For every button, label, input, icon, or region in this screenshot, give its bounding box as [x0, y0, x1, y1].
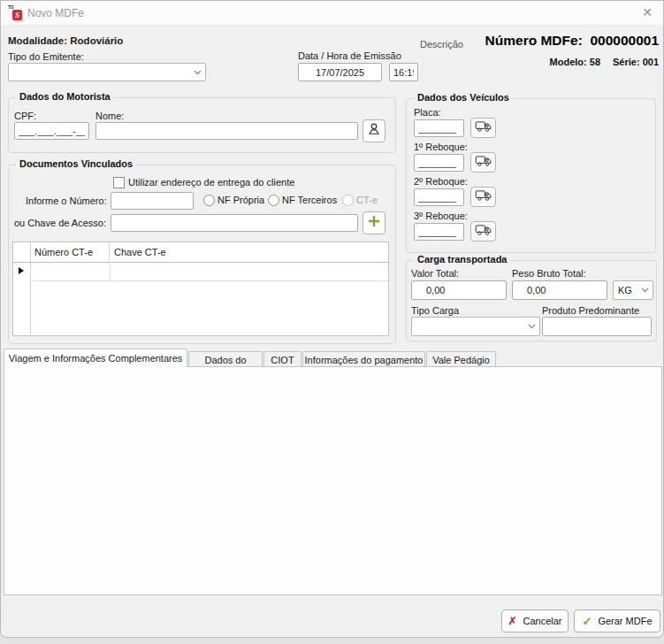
- grid-col-chave-cte[interactable]: Chave CT-e: [110, 242, 389, 262]
- hora-emissao-field[interactable]: [389, 63, 418, 81]
- peso-bruto-label: Peso Bruto Total:: [512, 268, 586, 279]
- group-title: Dados do Motorista: [16, 91, 114, 102]
- radio-nf-terceiros[interactable]: [268, 195, 279, 206]
- chave-acesso-field[interactable]: [111, 214, 358, 232]
- chevron-down-icon: [641, 288, 649, 293]
- cancelar-button[interactable]: ✗ Cancelar: [501, 610, 569, 632]
- placa-label: Placa:: [414, 107, 441, 118]
- modalidade-label: Modalidade: Rodoviário: [8, 35, 123, 46]
- truck-icon: [475, 223, 492, 240]
- unidade-peso-select[interactable]: KG: [613, 280, 653, 300]
- modelo-label: Modelo: 58: [550, 57, 600, 67]
- buscar-motorista-button[interactable]: [363, 119, 385, 142]
- tipo-carga-label: Tipo Carga: [411, 305, 459, 316]
- tab-viagem-informacoes[interactable]: Viagem e Informações Complementares: [4, 349, 187, 367]
- gerar-mdfe-button[interactable]: ✓ Gerar MDFe: [574, 610, 660, 632]
- tab-informacoes-pagamento[interactable]: Informações do pagamento: [302, 351, 425, 367]
- grid-empty-row[interactable]: [30, 262, 388, 281]
- group-title: Carga transportada: [414, 254, 510, 264]
- group-title: Documentos Vinculados: [16, 158, 136, 169]
- endereco-entrega-checkbox[interactable]: [113, 177, 125, 188]
- radio-nf-terceiros-label: NF Terceiros: [282, 195, 337, 205]
- reboque3-field[interactable]: [414, 223, 464, 241]
- buscar-veiculo-button[interactable]: [470, 118, 496, 138]
- descricao-label: Descrição: [420, 39, 463, 50]
- truck-icon: [475, 188, 492, 205]
- cpf-label: CPF:: [14, 111, 36, 121]
- tab-panel-viagem: [4, 366, 662, 595]
- close-icon[interactable]: ✕: [642, 5, 653, 19]
- window-title: Novo MDFe: [27, 7, 84, 19]
- grid-col-numero-cte[interactable]: Número CT-e: [30, 242, 110, 262]
- tab-vale-pedagio[interactable]: Vale Pedágio: [426, 351, 496, 367]
- modelo-serie-row: Modelo: 58 Série: 001: [550, 57, 659, 67]
- cpf-field[interactable]: [14, 122, 89, 140]
- row-selector-arrow-icon: [19, 267, 24, 274]
- adicionar-documento-button[interactable]: [363, 211, 385, 234]
- produto-predominante-field[interactable]: [542, 317, 652, 336]
- title-bar: TD S Novo MDFe ✕: [1, 1, 663, 26]
- buscar-reboque3-button[interactable]: [470, 221, 496, 242]
- valor-total-field[interactable]: [411, 280, 507, 300]
- grid-header-row: Número CT-e Chave CT-e: [13, 242, 388, 263]
- group-title: Dados dos Veículos: [414, 92, 513, 103]
- reboque2-field[interactable]: [414, 188, 464, 206]
- serie-label: Série: 001: [613, 57, 659, 67]
- peso-bruto-field[interactable]: [512, 280, 607, 300]
- reboque3-label: 3º Reboque:: [414, 211, 468, 221]
- placa-field[interactable]: [414, 119, 464, 137]
- nome-label: Nome:: [95, 111, 124, 121]
- radio-nf-propria-label: NF Própria: [218, 195, 264, 205]
- cancel-x-icon: ✗: [508, 615, 516, 627]
- nome-field[interactable]: [95, 122, 358, 140]
- check-icon: ✓: [582, 615, 591, 628]
- numero-mdfe-label: Número MDFe: 000000001: [485, 33, 659, 49]
- tab-ciot[interactable]: CIOT: [263, 351, 301, 367]
- chave-acesso-label: ou Chave de Acesso:: [14, 218, 106, 228]
- data-emissao-field[interactable]: [298, 63, 382, 81]
- radio-cte: [342, 195, 354, 206]
- app-logo-icon: TD S: [8, 4, 24, 20]
- tab-dados-seguro[interactable]: Dados do Seguro: [188, 351, 263, 367]
- informe-numero-label: Informe o Número:: [26, 196, 107, 206]
- reboque1-field[interactable]: [414, 154, 464, 172]
- chevron-down-icon: [194, 70, 202, 75]
- radio-nf-propria[interactable]: [203, 195, 215, 206]
- emissao-label: Data / Hora de Emissão: [298, 50, 401, 61]
- produto-predominante-label: Produto Predominante: [542, 305, 639, 316]
- tipo-emitente-label: Tipo do Emitente:: [8, 51, 84, 62]
- buscar-reboque2-button[interactable]: [470, 187, 496, 207]
- numero-documento-field[interactable]: [111, 192, 194, 210]
- dialog-novo-mdfe: TD S Novo MDFe ✕ Modalidade: Rodoviário …: [0, 0, 664, 638]
- truck-icon: [475, 154, 492, 171]
- plus-icon: [367, 214, 381, 232]
- tipo-carga-select[interactable]: [411, 317, 540, 336]
- truck-icon: [475, 119, 492, 136]
- radio-cte-label: CT-e: [356, 195, 378, 205]
- endereco-entrega-label: Utilizar endereço de entrega do cliente: [128, 177, 294, 188]
- chevron-down-icon: [528, 324, 536, 329]
- person-icon: [366, 121, 382, 141]
- tipo-emitente-select[interactable]: [8, 63, 206, 81]
- valor-total-label: Valor Total:: [411, 268, 459, 279]
- reboque2-label: 2º Reboque:: [414, 176, 468, 187]
- cte-grid[interactable]: Número CT-e Chave CT-e: [12, 242, 389, 336]
- reboque1-label: 1º Reboque:: [414, 142, 468, 152]
- buscar-reboque1-button[interactable]: [470, 152, 496, 172]
